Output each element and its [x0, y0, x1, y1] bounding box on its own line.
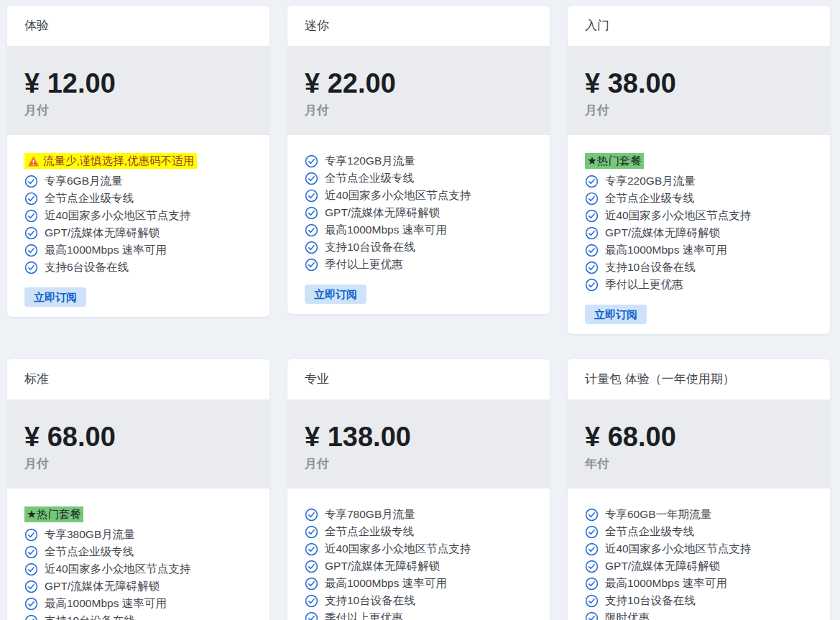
- plan-price-box: ¥ 12.00 月付: [7, 46, 269, 135]
- currency-symbol: ¥: [24, 68, 40, 98]
- check-circle-icon: [305, 577, 318, 591]
- feature-label: 支持10台设备在线: [45, 614, 135, 620]
- feature-item: 季付以上更优惠: [585, 276, 813, 293]
- check-circle-icon: [305, 241, 318, 254]
- price-amount: 12.00: [47, 68, 116, 98]
- check-circle-icon: [305, 206, 318, 220]
- plan-badge-label: 流量少,谨慎选择,优惠码不适用: [43, 153, 194, 169]
- feature-item: GPT/流媒体无障碍解锁: [585, 557, 813, 575]
- billing-period: 年付: [585, 457, 813, 471]
- subscribe-button[interactable]: 立即订阅: [585, 305, 647, 324]
- feature-item: 近40国家多小众地区节点支持: [24, 560, 252, 578]
- feature-item: 专享120GB月流量: [305, 152, 532, 170]
- check-circle-icon: [585, 244, 599, 257]
- plan-price: ¥ 138.00: [305, 421, 532, 453]
- feature-label: 全节点企业级专线: [45, 191, 134, 206]
- billing-period: 月付: [305, 103, 532, 118]
- check-circle-icon: [305, 594, 318, 608]
- feature-item: 全节点企业级专线: [585, 523, 813, 540]
- plan-price-box: ¥ 68.00 月付: [7, 399, 269, 489]
- feature-label: GPT/流媒体无障碍解锁: [605, 559, 720, 574]
- plan-title: 体验: [7, 6, 269, 46]
- feature-label: 支持10台设备在线: [325, 593, 415, 609]
- feature-label: 最高1000Mbps 速率可用: [605, 576, 727, 591]
- feature-label: 支持10台设备在线: [605, 593, 696, 609]
- feature-item: 最高1000Mbps 速率可用: [585, 575, 813, 592]
- feature-label: 近40国家多小众地区节点支持: [45, 562, 190, 577]
- check-circle-icon: [24, 563, 38, 576]
- feature-label: 最高1000Mbps 速率可用: [325, 223, 447, 238]
- billing-period: 月付: [24, 103, 252, 118]
- feature-item: 全节点企业级专线: [305, 170, 532, 187]
- feature-label: 近40国家多小众地区节点支持: [605, 208, 751, 223]
- price-amount: 38.00: [608, 68, 676, 98]
- plan-title: 迷你: [287, 6, 550, 46]
- plan-features: 专享60GB一年期流量 全节点企业级专线 近40国家多小众地区节点支持 GPT/…: [568, 489, 830, 620]
- check-circle-icon: [24, 209, 38, 223]
- feature-item: 专享380GB月流量: [24, 526, 252, 543]
- feature-label: GPT/流媒体无障碍解锁: [605, 226, 720, 241]
- feature-item: 限时优惠: [585, 609, 813, 620]
- check-circle-icon: [585, 209, 599, 223]
- feature-label: 支持6台设备在线: [45, 260, 129, 275]
- plan-card: 专业 ¥ 138.00 月付 专享780GB月流量 全节点企业级专线: [287, 359, 550, 620]
- feature-item: 季付以上更优惠: [305, 256, 532, 273]
- feature-label: 全节点企业级专线: [325, 524, 414, 540]
- feature-label: 支持10台设备在线: [605, 260, 696, 275]
- price-amount: 22.00: [328, 68, 396, 98]
- feature-label: 最高1000Mbps 速率可用: [45, 243, 167, 258]
- plan-price: ¥ 12.00: [24, 68, 252, 99]
- feature-item: 近40国家多小众地区节点支持: [305, 540, 532, 557]
- feature-label: GPT/流媒体无障碍解锁: [45, 579, 160, 594]
- feature-item: 近40国家多小众地区节点支持: [585, 207, 813, 224]
- check-circle-icon: [585, 192, 599, 205]
- check-circle-icon: [24, 580, 38, 593]
- check-circle-icon: [305, 525, 318, 539]
- feature-item: 专享780GB月流量: [305, 506, 532, 523]
- currency-symbol: ¥: [585, 68, 600, 98]
- check-circle-icon: [24, 545, 38, 559]
- feature-item: 全节点企业级专线: [305, 523, 532, 540]
- currency-symbol: ¥: [305, 422, 320, 452]
- plan-title: 入门: [568, 6, 830, 46]
- subscribe-button[interactable]: 立即订阅: [24, 287, 86, 307]
- plan-price-box: ¥ 138.00 月付: [287, 399, 550, 489]
- feature-label: 支持10台设备在线: [325, 240, 415, 255]
- check-circle-icon: [24, 261, 38, 274]
- check-circle-icon: [305, 223, 318, 237]
- check-circle-icon: [24, 192, 38, 205]
- feature-list: 专享6GB月流量 全节点企业级专线 近40国家多小众地区节点支持 GPT/流媒体…: [24, 172, 252, 276]
- feature-list: 专享120GB月流量 全节点企业级专线 近40国家多小众地区节点支持 GPT/流…: [305, 152, 532, 273]
- feature-label: 近40国家多小众地区节点支持: [45, 208, 190, 223]
- check-circle-icon: [305, 560, 318, 573]
- plan-features: 专享780GB月流量 全节点企业级专线 近40国家多小众地区节点支持 GPT/流…: [287, 489, 550, 620]
- feature-item: 全节点企业级专线: [585, 190, 813, 207]
- plan-badge: ★热门套餐: [585, 153, 644, 169]
- feature-item: 近40国家多小众地区节点支持: [24, 207, 252, 224]
- feature-label: 专享120GB月流量: [325, 154, 415, 169]
- subscribe-button[interactable]: 立即订阅: [305, 284, 366, 304]
- check-circle-icon: [585, 560, 599, 573]
- feature-label: 最高1000Mbps 速率可用: [605, 243, 727, 258]
- plan-price-box: ¥ 68.00 年付: [568, 399, 830, 489]
- plan-title: 计量包 体验（一年使用期）: [568, 359, 830, 399]
- feature-item: 专享6GB月流量: [24, 172, 252, 190]
- plan-card: 体验 ¥ 12.00 月付 流量少,谨慎选择,优惠码不适用: [7, 6, 269, 317]
- feature-label: 近40国家多小众地区节点支持: [325, 188, 471, 203]
- feature-label: GPT/流媒体无障碍解锁: [45, 226, 160, 241]
- check-circle-icon: [24, 597, 38, 611]
- plan-card: 入门 ¥ 38.00 月付 ★热门套餐 专享220GB月流量: [568, 6, 830, 334]
- feature-item: GPT/流媒体无障碍解锁: [585, 224, 813, 241]
- billing-period: 月付: [585, 103, 813, 118]
- feature-item: 专享220GB月流量: [585, 172, 813, 190]
- plan-features: ★热门套餐 专享220GB月流量 全节点企业级专线: [568, 135, 830, 334]
- feature-label: 专享380GB月流量: [45, 527, 135, 542]
- feature-list: 专享60GB一年期流量 全节点企业级专线 近40国家多小众地区节点支持 GPT/…: [585, 506, 813, 620]
- currency-symbol: ¥: [305, 68, 320, 98]
- feature-label: 专享780GB月流量: [325, 507, 415, 522]
- price-amount: 68.00: [47, 422, 116, 452]
- check-circle-icon: [305, 611, 318, 620]
- plan-badge-label: ★热门套餐: [27, 506, 81, 522]
- feature-item: 支持10台设备在线: [305, 239, 532, 256]
- feature-label: GPT/流媒体无障碍解锁: [325, 559, 440, 574]
